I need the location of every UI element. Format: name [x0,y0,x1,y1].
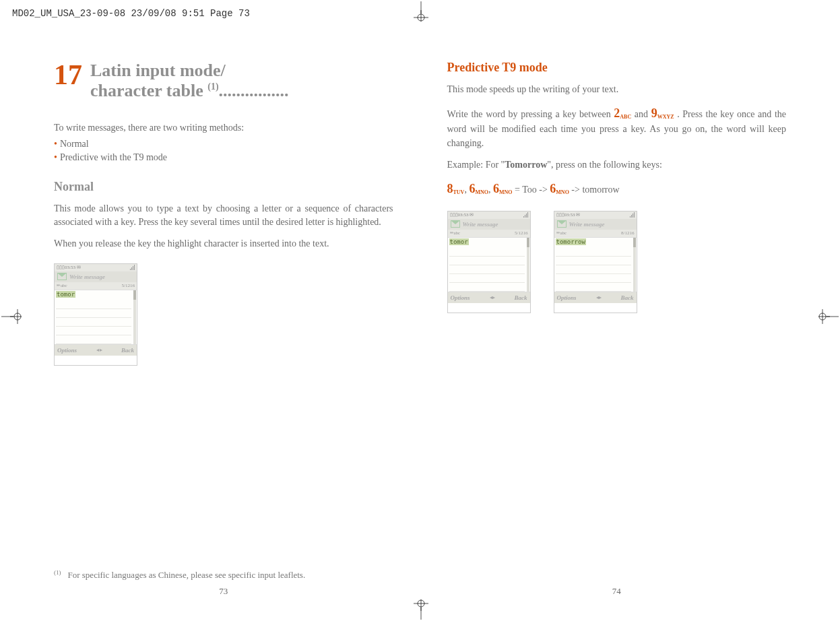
softkey-back: Back [514,294,527,301]
dpad-icon: ◂◦▸ [596,294,602,300]
softkey-options: Options [451,294,470,301]
typed-word: tomor [449,238,469,245]
key-sequence: 8TUV, 6MNO, 6MNO = Too -> 6MNO -> tomorr… [447,180,787,198]
crop-mark-bottom [404,599,438,620]
section-normal: Normal [54,180,393,194]
normal-para1: This mode allows you to type a text by c… [54,202,393,230]
softkey-back: Back [620,294,633,301]
dpad-icon: ◂◦▸ [96,347,102,353]
page-number-right: 74 [441,586,794,597]
chapter-number: 17 [54,61,82,89]
envelope-icon [57,273,67,280]
crop-mark-top [404,1,438,22]
envelope-icon [451,220,460,228]
envelope-icon [557,220,567,228]
example-line: Example: For "Tomorrow", press on the fo… [447,158,787,172]
phone-screenshot-1: ▯▯▯03:53 ✉ Write message ✏abc 5/1216 tom… [54,263,137,366]
typed-word: tomor [56,291,75,298]
page-right: Predictive T9 mode This mode speeds up t… [441,47,794,601]
section-t9: Predictive T9 mode [447,61,787,75]
page-left: 17 Latin input mode/character table (1).… [47,47,400,601]
normal-para2: When you release the key the highlight c… [54,237,393,251]
t9-para2: Write the word by pressing a key between… [447,104,787,150]
softkey-options: Options [57,347,77,354]
chapter-title: Latin input mode/character table (1)....… [90,61,289,101]
chapter-heading: 17 Latin input mode/character table (1).… [54,61,393,101]
phone-screenshot-2: ▯▯▯03:53 ✉ Write message ✏abc 5/1216 tom… [447,211,531,313]
page-number-left: 73 [47,586,400,597]
crop-mark-right [818,300,839,333]
typed-word: tomorrow [556,238,586,245]
t9-para1: This mode speeds up the writing of your … [447,83,787,96]
intro-text: To write messages, there are two writing… [54,121,393,135]
softkey-back: Back [121,347,134,354]
dpad-icon: ◂◦▸ [490,294,495,300]
crop-mark-left [1,300,22,333]
phone-screenshot-3: ▯▯▯03:53 ✉ Write message ✏abc 8/1216 tom… [554,211,637,313]
softkey-options: Options [557,294,577,301]
print-header: MD02_UM_USA_23-09-08 23/09/08 9:51 Page … [12,8,250,19]
bullet-list: •Normal •Predictive with the T9 mode [54,137,393,165]
footnote: (1)For specific languages as Chinese, pl… [54,569,305,581]
